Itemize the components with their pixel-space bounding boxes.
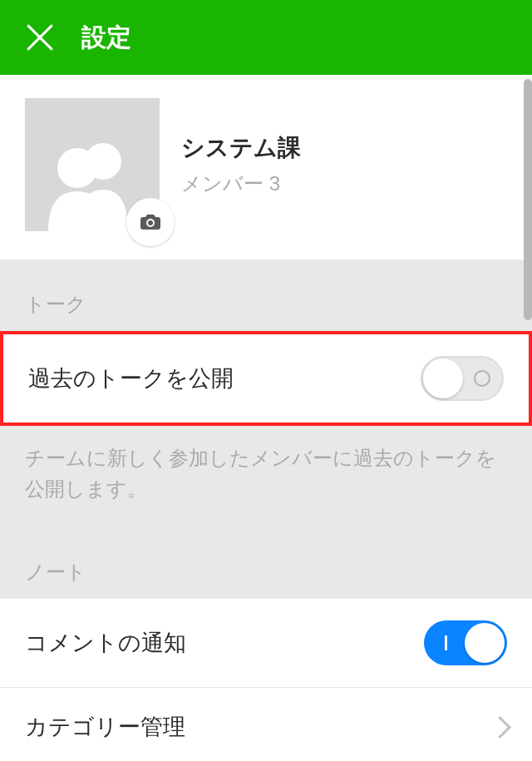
expose-past-description: チームに新しく参加したメンバーに過去のトークを公開します。 bbox=[0, 426, 532, 527]
toggle-expose-past-talk[interactable] bbox=[421, 356, 504, 401]
profile-section: システム課 メンバー 3 bbox=[0, 75, 532, 259]
row-category-manage[interactable]: カテゴリー管理 bbox=[0, 688, 532, 761]
close-icon[interactable] bbox=[25, 22, 55, 52]
svg-point-1 bbox=[57, 148, 97, 188]
scrollbar[interactable] bbox=[524, 79, 532, 320]
toggle-comment-notify[interactable] bbox=[424, 620, 507, 665]
row-expose-past-talk[interactable]: 過去のトークを公開 bbox=[0, 331, 532, 426]
camera-icon bbox=[140, 213, 161, 231]
row-label: コメントの通知 bbox=[25, 628, 186, 658]
row-label: 過去のトークを公開 bbox=[28, 363, 234, 393]
member-count: メンバー 3 bbox=[181, 170, 507, 197]
change-photo-button[interactable] bbox=[126, 198, 175, 246]
toggle-on-indicator-icon bbox=[445, 635, 447, 650]
header: 設定 bbox=[0, 0, 532, 75]
section-label-note: ノート bbox=[0, 527, 532, 599]
toggle-knob bbox=[423, 358, 463, 398]
group-avatar bbox=[25, 98, 160, 231]
profile-text: システム課 メンバー 3 bbox=[181, 132, 507, 197]
chevron-right-icon bbox=[492, 714, 507, 739]
toggle-knob bbox=[465, 623, 505, 663]
group-name: システム課 bbox=[181, 132, 507, 164]
toggle-off-indicator-icon bbox=[474, 370, 490, 387]
svg-point-3 bbox=[148, 220, 153, 225]
section-label-talk: トーク bbox=[0, 259, 532, 331]
row-label: カテゴリー管理 bbox=[25, 712, 185, 742]
page-title: 設定 bbox=[81, 21, 131, 55]
row-comment-notify[interactable]: コメントの通知 bbox=[0, 599, 532, 687]
